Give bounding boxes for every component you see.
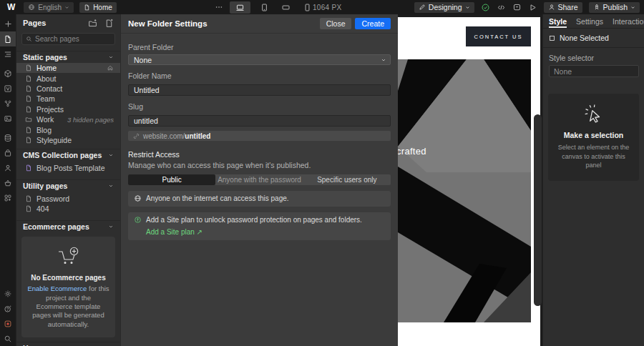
video-tutorials-button[interactable] <box>0 316 16 331</box>
new-folder-icon[interactable] <box>88 19 97 28</box>
pages-panel-title: Pages <box>23 19 46 27</box>
pages-panel-button[interactable] <box>0 31 16 46</box>
ecommerce-empty-title: No Ecommerce pages <box>27 274 109 282</box>
users-button[interactable] <box>0 160 16 175</box>
home-icon <box>107 64 114 71</box>
link-icon <box>133 133 140 139</box>
tab-interactions[interactable]: Interactions <box>613 14 644 28</box>
more-icon[interactable] <box>215 3 223 11</box>
style-selector-input[interactable] <box>549 65 639 77</box>
page-row-projects[interactable]: Projects <box>16 104 120 114</box>
folder-name-input[interactable] <box>128 84 391 96</box>
section-static-pages[interactable]: Static pages <box>16 51 120 63</box>
navigator-icon <box>4 50 12 59</box>
section-ecommerce-pages[interactable]: Ecommerce pages <box>16 220 120 232</box>
page-icon <box>25 85 32 92</box>
site-plan-text: Add a Site plan to unlock password prote… <box>146 216 362 224</box>
page-label: About <box>36 74 56 83</box>
segment-public[interactable]: Public <box>128 174 215 185</box>
shopping-bag-icon <box>4 149 12 157</box>
canvas-scrollbar[interactable] <box>534 114 542 306</box>
page-row-home[interactable]: Home <box>16 63 120 73</box>
add-site-plan-link[interactable]: Add a Site plan ↗ <box>146 227 203 237</box>
page-label: Projects <box>36 105 64 114</box>
device-phone-landscape-button[interactable] <box>278 1 293 14</box>
page-label: Home <box>36 64 57 72</box>
pencil-icon <box>419 4 426 11</box>
cart-button[interactable] <box>0 175 16 190</box>
pages-search[interactable] <box>21 33 115 45</box>
slug-input[interactable] <box>128 115 391 127</box>
section-title: Utility pages <box>23 182 67 190</box>
hero-graphic <box>398 59 531 322</box>
globe-icon <box>134 194 142 202</box>
navigator-button[interactable] <box>0 46 16 61</box>
contact-us-button[interactable]: CONTACT US <box>466 26 531 46</box>
saved-check-icon[interactable] <box>481 3 490 12</box>
share-button[interactable]: Share <box>544 2 582 13</box>
interactions-button[interactable] <box>0 96 16 111</box>
segment-password[interactable]: Anyone with the password <box>215 174 303 185</box>
ecommerce-button[interactable] <box>0 145 16 160</box>
chevron-down-icon <box>108 224 114 229</box>
hidden-pages-note: 3 hidden pages <box>67 116 114 124</box>
add-elements-button[interactable] <box>0 16 16 31</box>
enable-ecommerce-link[interactable]: Enable Ecommerce <box>27 285 87 292</box>
help-button[interactable] <box>0 301 16 316</box>
settings-button[interactable] <box>0 286 16 301</box>
site-page[interactable]: CONTACT US crafted <box>398 17 540 346</box>
video-icon <box>4 320 12 328</box>
variables-button[interactable] <box>0 81 16 96</box>
segment-specific-users[interactable]: Specific users only <box>303 174 391 185</box>
database-icon <box>4 134 12 142</box>
tab-settings[interactable]: Settings <box>576 14 603 28</box>
device-toolbar <box>215 0 315 14</box>
page-row-work[interactable]: Work 3 hidden pages <box>16 114 120 124</box>
page-row-404[interactable]: 404 <box>16 204 120 214</box>
page-row-blog[interactable]: Blog <box>16 124 120 134</box>
webflow-logo[interactable]: W <box>4 2 18 12</box>
page-label: Blog <box>36 126 52 134</box>
page-row-password[interactable]: Password <box>16 194 120 204</box>
page-icon <box>25 205 32 212</box>
language-selector[interactable]: English <box>24 2 74 13</box>
folder-settings-panel: New Folder Settings Close Create Parent … <box>120 14 398 346</box>
public-access-text: Anyone on the internet can access this p… <box>146 194 289 204</box>
device-tablet-button[interactable] <box>257 1 272 14</box>
parent-folder-select[interactable]: None <box>128 54 391 65</box>
tab-style[interactable]: Style <box>549 14 567 28</box>
breadcrumb[interactable]: Home <box>79 2 117 13</box>
section-title: Ecommerce pages <box>23 222 89 231</box>
variables-icon <box>4 84 12 93</box>
page-row-styleguide[interactable]: Styleguide <box>16 135 120 145</box>
new-page-icon[interactable] <box>104 19 114 28</box>
page-row-blog-posts-template[interactable]: Blog Posts Template <box>16 163 120 173</box>
assets-button[interactable] <box>0 111 16 126</box>
components-button[interactable] <box>0 66 16 81</box>
mode-selector[interactable]: Designing <box>414 2 474 13</box>
canvas[interactable]: CONTACT US crafted <box>398 14 542 346</box>
quick-find-button[interactable] <box>0 331 16 346</box>
comments-icon[interactable] <box>512 3 522 12</box>
section-cms-pages[interactable]: CMS Collection pages <box>16 149 120 161</box>
mode-label: Designing <box>429 3 462 11</box>
gear-icon <box>4 290 12 298</box>
page-row-contact[interactable]: Contact <box>16 84 120 94</box>
code-export-icon[interactable] <box>497 3 506 12</box>
parent-folder-value: None <box>134 56 152 64</box>
apps-button[interactable] <box>0 190 16 205</box>
preview-icon[interactable] <box>528 3 537 12</box>
section-user-pages[interactable]: User pages <box>16 342 120 346</box>
chevron-down-icon <box>465 5 470 10</box>
publish-button[interactable]: Publish <box>589 2 640 13</box>
pages-search-input[interactable] <box>35 35 111 43</box>
close-button[interactable]: Close <box>320 18 352 29</box>
create-button[interactable]: Create <box>355 18 391 29</box>
device-desktop-button[interactable] <box>230 1 250 14</box>
section-utility-pages[interactable]: Utility pages <box>16 179 120 192</box>
hero-heading-fragment: crafted <box>398 146 426 157</box>
page-row-team[interactable]: Team <box>16 94 120 104</box>
site-plan-notice: Add a Site plan to unlock password prote… <box>128 212 391 240</box>
cms-button[interactable] <box>0 130 16 145</box>
page-row-about[interactable]: About <box>16 73 120 83</box>
